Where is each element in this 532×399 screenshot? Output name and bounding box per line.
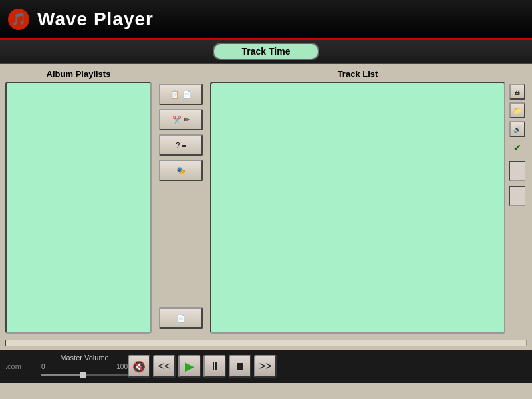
print-icon: 🖨 — [514, 88, 521, 96]
small-input-2 — [509, 186, 525, 206]
small-input-1 — [509, 161, 525, 181]
speaker-button[interactable]: 🔊 — [509, 121, 525, 137]
speaker-icon: 🔊 — [513, 126, 521, 133]
info-icon: ? ≡ — [176, 141, 186, 149]
volume-section: Master Volume 0 100 — [41, 354, 128, 380]
app-logo: 🎵 — [7, 7, 31, 31]
track-list-panel: Track List — [210, 69, 505, 334]
folder-icon: 📁 — [513, 107, 521, 114]
forward-button[interactable]: >> — [254, 355, 277, 378]
mute-button[interactable]: 🔇 — [128, 355, 150, 378]
scissors-icon: ✂️ ✏ — [172, 116, 190, 124]
play-button[interactable]: ▶ — [178, 355, 201, 378]
mute-icon: 🔇 — [132, 360, 146, 373]
bottom-bar: .com Master Volume 0 100 🔇 << ▶ ⏸ ⏹ > — [0, 350, 532, 383]
folder-button[interactable]: 📁 — [509, 102, 525, 118]
app-title: Wave Player — [37, 9, 154, 30]
info-button[interactable]: ? ≡ — [159, 134, 203, 156]
volume-max-label: 100 — [116, 363, 128, 370]
track-list-box[interactable] — [210, 82, 505, 334]
volume-thumb[interactable] — [80, 372, 86, 378]
track-time-badge: Track Time — [213, 43, 319, 60]
play-icon: ▶ — [185, 359, 194, 374]
help-icon: 🎭 — [176, 166, 186, 175]
forward-icon: >> — [259, 360, 272, 372]
far-right-panel: 🖨 📁 🔊 ✔ — [508, 69, 527, 334]
copy-icon: 📋 📄 — [170, 90, 191, 99]
volume-fill — [41, 374, 84, 376]
pause-icon: ⏸ — [209, 360, 220, 372]
pause-button[interactable]: ⏸ — [203, 355, 226, 378]
rewind-button[interactable]: << — [153, 355, 176, 378]
progress-bar[interactable] — [5, 340, 527, 346]
check-icon: ✔ — [509, 140, 525, 156]
volume-range-labels: 0 100 — [41, 363, 128, 370]
edit-button[interactable]: ✂️ ✏ — [159, 109, 203, 130]
volume-min-label: 0 — [41, 363, 45, 370]
album-playlists-list[interactable] — [5, 82, 152, 334]
file-button[interactable]: 📄 — [159, 307, 203, 329]
track-list-label: Track List — [210, 69, 505, 79]
track-time-bar: Track Time — [0, 40, 532, 64]
volume-slider[interactable] — [41, 370, 128, 380]
main-content: Album Playlists 📋 📄 ✂️ ✏ ? ≡ 🎭 📄 Track L… — [0, 64, 532, 336]
website-label: .com — [5, 362, 39, 370]
right-area: Track List 🖨 📁 🔊 ✔ — [210, 69, 527, 334]
stop-icon: ⏹ — [235, 360, 245, 372]
album-playlists-label: Album Playlists — [47, 69, 111, 79]
copy-button[interactable]: 📋 📄 — [159, 84, 203, 105]
svg-text:🎵: 🎵 — [11, 12, 27, 27]
transport-controls: 🔇 << ▶ ⏸ ⏹ >> — [128, 355, 277, 378]
file-icon: 📄 — [176, 314, 186, 323]
stop-button[interactable]: ⏹ — [229, 355, 251, 378]
master-volume-label: Master Volume — [60, 354, 108, 362]
middle-panel: 📋 📄 ✂️ ✏ ? ≡ 🎭 📄 — [154, 69, 207, 334]
progress-area — [0, 336, 532, 350]
print-button[interactable]: 🖨 — [509, 84, 525, 100]
app-header: 🎵 Wave Player — [0, 0, 532, 40]
help-button[interactable]: 🎭 — [159, 160, 203, 181]
left-panel: Album Playlists — [5, 69, 152, 334]
rewind-icon: << — [158, 360, 171, 372]
